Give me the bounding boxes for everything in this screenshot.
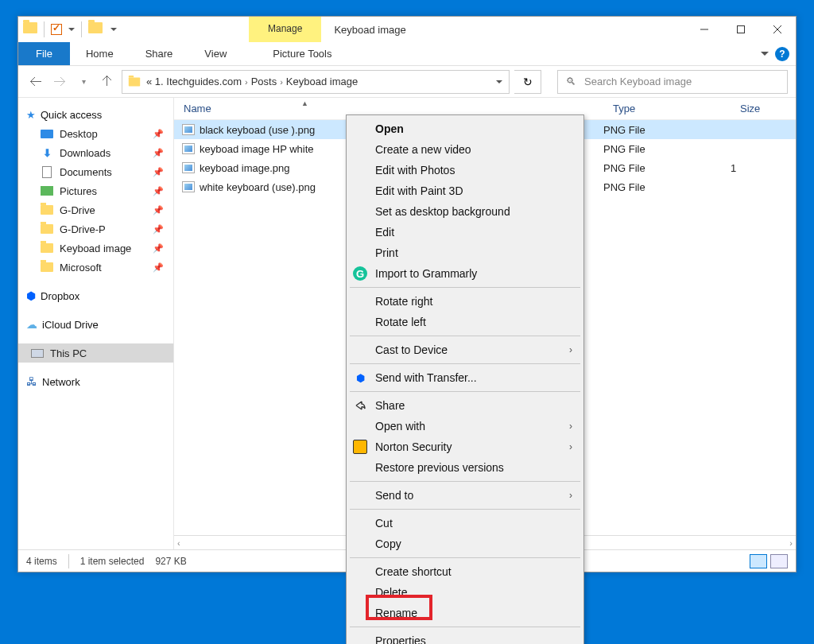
cm-create-shortcut[interactable]: Create shortcut <box>347 561 583 582</box>
cm-properties[interactable]: Properties <box>347 630 583 644</box>
tab-view[interactable]: View <box>188 42 242 65</box>
forward-button[interactable]: 🡢 <box>50 72 69 91</box>
chevron-right-icon[interactable]: › <box>280 77 283 87</box>
pin-icon: 📌 <box>153 129 164 139</box>
column-size[interactable]: Size <box>731 103 769 114</box>
ribbon-collapse-icon[interactable] <box>761 52 769 56</box>
pc-icon <box>31 349 44 358</box>
window-title: Keyboad image <box>321 17 686 42</box>
close-button[interactable] <box>759 17 796 42</box>
image-file-icon <box>182 162 195 173</box>
cm-delete[interactable]: Delete <box>347 582 583 603</box>
nav-network[interactable]: 🖧Network <box>18 372 173 391</box>
folder-icon <box>129 77 140 86</box>
cm-send-to[interactable]: Send to› <box>347 485 583 506</box>
image-file-icon <box>182 143 195 154</box>
cm-cut[interactable]: Cut <box>347 513 583 533</box>
pin-icon: 📌 <box>153 243 164 254</box>
cm-send-transfer[interactable]: ⬢Send with Transfer... <box>347 367 583 388</box>
cm-print[interactable]: Print <box>347 242 583 263</box>
chevron-right-icon[interactable]: › <box>245 77 248 87</box>
customize-qat-icon[interactable] <box>110 28 117 31</box>
details-view-icon[interactable] <box>750 554 767 568</box>
search-input[interactable]: 🔍︎ Search Keyboad image <box>557 70 788 94</box>
status-item-count: 4 items <box>26 556 57 567</box>
document-icon <box>42 166 52 178</box>
status-size: 927 KB <box>155 556 186 567</box>
tab-picture-tools[interactable]: Picture Tools <box>257 42 347 65</box>
cm-grammarly[interactable]: GImport to Grammarly <box>347 263 583 284</box>
nav-dropbox[interactable]: ⬢Dropbox <box>18 286 173 305</box>
cm-share[interactable]: Share <box>347 395 583 416</box>
norton-icon <box>353 440 367 454</box>
nav-item-downloads[interactable]: ⬇Downloads📌 <box>18 143 173 162</box>
maximize-button[interactable] <box>723 17 759 42</box>
image-file-icon <box>182 124 195 135</box>
title-bar: Manage Keyboad image <box>18 17 796 42</box>
image-file-icon <box>182 181 195 192</box>
pictures-icon <box>41 186 53 196</box>
address-bar[interactable]: « 1. Itechguides.com › Posts › Keyboad i… <box>122 70 510 94</box>
cm-edit-photos[interactable]: Edit with Photos <box>347 160 583 180</box>
folder-icon <box>41 243 53 253</box>
download-icon: ⬇ <box>41 146 53 159</box>
cm-rename[interactable]: Rename <box>347 603 583 623</box>
cm-edit-paint3d[interactable]: Edit with Paint 3D <box>347 180 583 201</box>
nav-item-documents[interactable]: Documents📌 <box>18 162 173 181</box>
star-icon: ★ <box>26 109 36 121</box>
submenu-arrow-icon: › <box>569 490 572 501</box>
cm-norton[interactable]: Norton Security› <box>347 436 583 457</box>
tab-file[interactable]: File <box>18 42 70 65</box>
nav-quick-access[interactable]: ★ Quick access <box>18 106 173 124</box>
nav-item-gdrive-p[interactable]: G-Drive-P📌 <box>18 219 173 239</box>
help-icon[interactable]: ? <box>775 47 789 61</box>
cm-set-background[interactable]: Set as desktop background <box>347 201 583 222</box>
folder-icon <box>41 224 53 234</box>
submenu-arrow-icon: › <box>569 421 572 432</box>
up-button[interactable]: 🡡 <box>98 72 117 91</box>
cm-restore[interactable]: Restore previous versions <box>347 457 583 478</box>
cm-cast[interactable]: Cast to Device› <box>347 339 583 360</box>
quick-access-toolbar <box>18 17 122 42</box>
nav-this-pc[interactable]: This PC <box>18 343 173 363</box>
navigation-pane: ★ Quick access Desktop📌 ⬇Downloads📌 Docu… <box>18 98 174 549</box>
network-icon: 🖧 <box>26 375 37 388</box>
cm-copy[interactable]: Copy <box>347 533 583 554</box>
breadcrumb-segment[interactable]: 1. Itechguides.com <box>155 76 242 87</box>
refresh-button[interactable]: ↻ <box>514 70 541 94</box>
minimize-button[interactable] <box>686 17 723 42</box>
nav-item-microsoft[interactable]: Microsoft📌 <box>18 258 173 277</box>
tab-home[interactable]: Home <box>70 42 130 65</box>
address-dropdown-icon[interactable] <box>496 80 502 83</box>
nav-item-gdrive[interactable]: G-Drive📌 <box>18 200 173 219</box>
svg-rect-1 <box>738 26 745 33</box>
pin-icon: 📌 <box>153 186 164 196</box>
new-folder-icon[interactable] <box>88 22 103 37</box>
nav-icloud[interactable]: ☁iCloud Drive <box>18 315 173 334</box>
cm-edit[interactable]: Edit <box>347 222 583 242</box>
nav-item-pictures[interactable]: Pictures📌 <box>18 181 173 200</box>
desktop-icon <box>41 130 53 138</box>
folder-icon <box>23 22 37 37</box>
history-dropdown-icon[interactable]: ▾ <box>74 72 93 91</box>
contextual-tab-manage[interactable]: Manage <box>249 17 321 42</box>
nav-item-desktop[interactable]: Desktop📌 <box>18 124 173 143</box>
cm-open[interactable]: Open <box>347 118 583 139</box>
breadcrumb-segment[interactable]: Keyboad image <box>286 76 358 87</box>
pin-icon: 📌 <box>153 205 164 215</box>
pin-icon: 📌 <box>153 148 164 158</box>
column-type[interactable]: Type <box>603 103 645 114</box>
tab-share[interactable]: Share <box>130 42 189 65</box>
thumbnails-view-icon[interactable] <box>770 554 788 568</box>
nav-item-keyboad-image[interactable]: Keyboad image📌 <box>18 239 173 258</box>
cm-rotate-right[interactable]: Rotate right <box>347 291 583 312</box>
cloud-icon: ☁ <box>26 318 37 331</box>
properties-icon[interactable] <box>51 24 62 35</box>
breadcrumb-segment[interactable]: Posts <box>251 76 277 87</box>
back-button[interactable]: 🡠 <box>26 72 45 91</box>
cm-create-video[interactable]: Create a new video <box>347 139 583 160</box>
qat-dropdown-icon[interactable] <box>68 28 75 31</box>
cm-rotate-left[interactable]: Rotate left <box>347 312 583 332</box>
submenu-arrow-icon: › <box>569 441 572 452</box>
cm-open-with[interactable]: Open with› <box>347 416 583 436</box>
